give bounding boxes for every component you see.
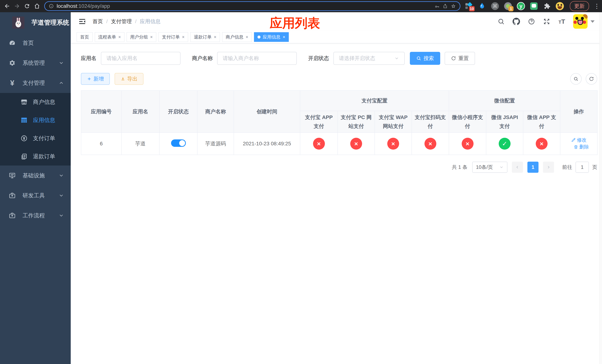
font-size-icon[interactable]: TT	[558, 18, 566, 25]
sidebar-fold-icon[interactable]	[78, 17, 86, 26]
extension-chat-icon[interactable]	[530, 2, 538, 10]
toolbar-right	[570, 73, 597, 85]
app-title: 芋道管理系统	[32, 18, 69, 27]
refresh-icon[interactable]	[586, 73, 597, 85]
profile-emoji-avatar[interactable]	[556, 2, 564, 10]
reset-button[interactable]: 重置	[445, 52, 475, 65]
col-alipay-pc: 支付宝 PC 网站支付	[338, 111, 375, 133]
col-actions: 操作	[560, 91, 597, 133]
rabbit-logo-icon	[12, 16, 24, 29]
prev-page-button[interactable]	[512, 162, 523, 173]
page-unit-label: 页	[592, 164, 597, 171]
site-info-icon[interactable]	[49, 3, 54, 9]
fullscreen-icon[interactable]	[543, 18, 550, 25]
breadcrumb: 首页 / 支付管理 / 应用信息	[93, 18, 161, 25]
extension-diamond-icon[interactable]: 10	[465, 2, 473, 10]
close-icon[interactable]: ×	[150, 35, 153, 39]
col-alipay-wap: 支付宝 WAP 网站支付	[375, 111, 412, 133]
sidebar-item-app-info[interactable]: 应用信息	[0, 111, 71, 129]
add-button[interactable]: 新增	[81, 73, 110, 85]
chevron-down-icon	[499, 165, 504, 169]
sidebar-item-merchant-info[interactable]: 商户信息	[0, 93, 71, 111]
browser-toolbar: localhost:1024/pay/app 10 ⌘ 1 y 更新 ⋮	[0, 0, 602, 12]
forward-icon[interactable]	[13, 2, 21, 10]
sidebar-logo[interactable]: 芋道管理系统	[0, 12, 71, 33]
status-wx-lite-icon: ×	[462, 138, 473, 150]
page-size-select[interactable]: 10条/页	[472, 162, 507, 173]
monitor-icon	[8, 171, 16, 180]
back-icon[interactable]	[3, 2, 11, 10]
caret-down-icon	[591, 20, 595, 23]
delete-button[interactable]: 删除	[573, 144, 589, 150]
close-icon[interactable]: ×	[214, 35, 216, 39]
tab-merchant-info[interactable]: 商户信息×	[222, 32, 252, 42]
col-wx-jsapi: 微信 JSAPI 支付	[486, 111, 523, 133]
close-icon[interactable]: ×	[118, 35, 121, 39]
home-icon[interactable]	[33, 2, 41, 10]
extension-command-icon[interactable]: ⌘	[491, 2, 499, 10]
group-wechat: 微信配置	[449, 91, 560, 111]
sidebar-item-workflow[interactable]: 工作流程	[0, 205, 71, 225]
cell-status	[159, 133, 197, 155]
bookmark-star-icon[interactable]	[451, 3, 456, 9]
tab-process-form[interactable]: 流程表单×	[95, 32, 124, 42]
col-alipay-app: 支付宝 APP 支付	[300, 111, 338, 133]
breadcrumb-home[interactable]: 首页	[93, 18, 103, 25]
address-bar[interactable]: localhost:1024/pay/app	[45, 2, 460, 10]
reload-icon[interactable]	[23, 2, 31, 10]
sidebar-item-home[interactable]: 首页	[0, 33, 71, 53]
github-icon[interactable]	[512, 18, 520, 25]
sidebar-item-refund-order[interactable]: 退款订单	[0, 147, 71, 166]
tab-pay-order[interactable]: 支付订单×	[159, 32, 188, 42]
sidebar: 芋道管理系统 首页 系统管理 ¥ 支付管理 商户信息 应用信息	[0, 12, 71, 364]
app-table: 应用编号 应用名 开启状态 商户名称 创建时间 支付宝配置 微信配置 操作 支付…	[81, 90, 598, 155]
search-icon[interactable]	[497, 18, 505, 25]
extension-drop-icon[interactable]	[478, 2, 486, 10]
tab-refund-order[interactable]: 退款订单×	[190, 32, 220, 42]
user-avatar	[573, 14, 588, 29]
close-icon[interactable]: ×	[182, 35, 184, 39]
pay-submenu: 商户信息 应用信息 支付订单 退款订单	[0, 93, 71, 166]
search-form: 应用名 商户名称 开启状态 请选择开启状态 搜索 重置	[81, 52, 597, 65]
tab-user-group[interactable]: 用户分组×	[127, 32, 156, 42]
sidebar-item-label: 商户信息	[33, 98, 55, 106]
sidebar-item-dev-tools[interactable]: 研发工具	[0, 185, 71, 205]
merchant-name-label: 商户名称	[192, 55, 213, 62]
close-icon[interactable]: ×	[283, 35, 285, 39]
edit-button[interactable]: 修改	[571, 137, 587, 143]
page-number-button[interactable]: 1	[527, 162, 538, 173]
shop-icon	[20, 98, 28, 106]
user-menu[interactable]	[573, 14, 595, 29]
extension-y-icon[interactable]: y	[517, 2, 525, 10]
next-page-button[interactable]	[543, 162, 554, 173]
sidebar-item-pay[interactable]: ¥ 支付管理	[0, 73, 71, 93]
col-app-id: 应用编号	[81, 91, 121, 133]
help-icon[interactable]	[527, 18, 535, 25]
tab-home[interactable]: 首页	[77, 32, 93, 42]
breadcrumb-pay[interactable]: 支付管理	[111, 18, 132, 25]
password-key-icon[interactable]	[434, 3, 440, 9]
app-name-input[interactable]	[101, 52, 181, 65]
page-scrollbar[interactable]	[599, 12, 602, 364]
browser-menu-icon[interactable]: ⋮	[594, 3, 598, 10]
extensions-puzzle-icon[interactable]	[543, 2, 551, 10]
chevron-up-icon	[58, 80, 64, 86]
sidebar-item-system[interactable]: 系统管理	[0, 53, 71, 73]
merchant-name-input[interactable]	[217, 52, 297, 65]
col-created: 创建时间	[234, 91, 300, 133]
goto-page-input[interactable]	[576, 162, 589, 173]
enable-switch[interactable]	[171, 139, 186, 147]
sidebar-item-pay-order[interactable]: 支付订单	[0, 129, 71, 147]
search-button[interactable]: 搜索	[410, 52, 440, 65]
status-select[interactable]: 请选择开启状态	[333, 52, 405, 65]
extension-camera-icon[interactable]: 1	[504, 2, 512, 10]
share-icon[interactable]	[442, 3, 448, 9]
chrome-update-button[interactable]: 更新	[570, 1, 589, 11]
export-button[interactable]: 导出	[115, 73, 143, 85]
close-icon[interactable]: ×	[246, 35, 248, 39]
toggle-search-icon[interactable]	[570, 73, 582, 85]
chevron-down-icon	[394, 56, 399, 61]
yen-icon: ¥	[8, 79, 16, 87]
sidebar-item-infra[interactable]: 基础设施	[0, 166, 71, 185]
tab-app-info[interactable]: 应用信息×	[254, 32, 289, 42]
